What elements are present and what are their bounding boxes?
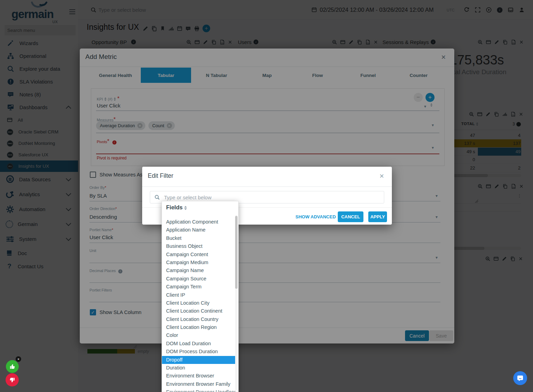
field-option[interactable]: DOM Load Duration bbox=[162, 340, 235, 348]
field-option[interactable]: Color bbox=[162, 331, 235, 339]
field-option[interactable]: Campaign Term bbox=[162, 283, 235, 291]
field-option[interactable]: Environment Browser bbox=[162, 372, 235, 380]
cancel-button[interactable]: CANCEL bbox=[338, 211, 363, 222]
field-option[interactable]: Duration bbox=[162, 364, 235, 372]
field-option[interactable]: Client IP bbox=[162, 291, 235, 299]
divider bbox=[142, 186, 392, 187]
field-option[interactable]: Dropoff bbox=[162, 356, 235, 364]
apply-button[interactable]: APPLY bbox=[368, 211, 387, 222]
field-option[interactable]: Campaign Source bbox=[162, 275, 235, 283]
field-option[interactable]: Campaign Name bbox=[162, 267, 235, 275]
field-option[interactable]: DOM Process Duration bbox=[162, 348, 235, 356]
field-option[interactable]: Application Component bbox=[162, 218, 235, 226]
dialog-title: Edit Filter bbox=[148, 172, 173, 180]
dropdown-group-header[interactable]: Fields bbox=[166, 204, 188, 211]
fields-dropdown-list: Application ComponentApplication NameBuc… bbox=[162, 218, 235, 392]
field-option[interactable]: Campaign Content bbox=[162, 251, 235, 259]
field-option[interactable]: Client Location City bbox=[162, 299, 235, 307]
field-option[interactable]: Application Name bbox=[162, 226, 235, 234]
dismiss-feedback-button[interactable]: ✕ bbox=[16, 356, 21, 362]
thumbs-up-button[interactable] bbox=[6, 360, 19, 373]
field-option[interactable]: Environment Browser Family bbox=[162, 380, 235, 388]
field-option[interactable]: Client Location Country bbox=[162, 315, 235, 323]
field-option[interactable]: Business Object bbox=[162, 242, 235, 250]
field-option[interactable]: Client Location Continent bbox=[162, 307, 235, 315]
show-advanced-link[interactable]: SHOW ADVANCED bbox=[295, 214, 336, 219]
field-option[interactable]: Client Location Region bbox=[162, 323, 235, 331]
field-option[interactable]: Bucket bbox=[162, 234, 235, 242]
field-option[interactable]: Environment Browser Headless bbox=[162, 388, 235, 392]
dropdown-scrollbar-thumb[interactable] bbox=[235, 216, 238, 289]
chat-bubble-icon bbox=[517, 375, 524, 382]
field-option[interactable]: Campaign Medium bbox=[162, 259, 235, 267]
filter-search-input[interactable] bbox=[163, 194, 384, 201]
sort-toggle-icon[interactable] bbox=[184, 206, 187, 210]
thumbs-up-icon bbox=[9, 363, 16, 370]
fields-dropdown: Fields Application ComponentApplication … bbox=[162, 201, 239, 392]
chat-widget-button[interactable] bbox=[513, 371, 527, 385]
close-icon[interactable]: ✕ bbox=[379, 173, 384, 180]
thumbs-down-icon bbox=[9, 377, 16, 383]
search-icon bbox=[154, 194, 160, 200]
thumbs-down-button[interactable] bbox=[6, 373, 19, 386]
